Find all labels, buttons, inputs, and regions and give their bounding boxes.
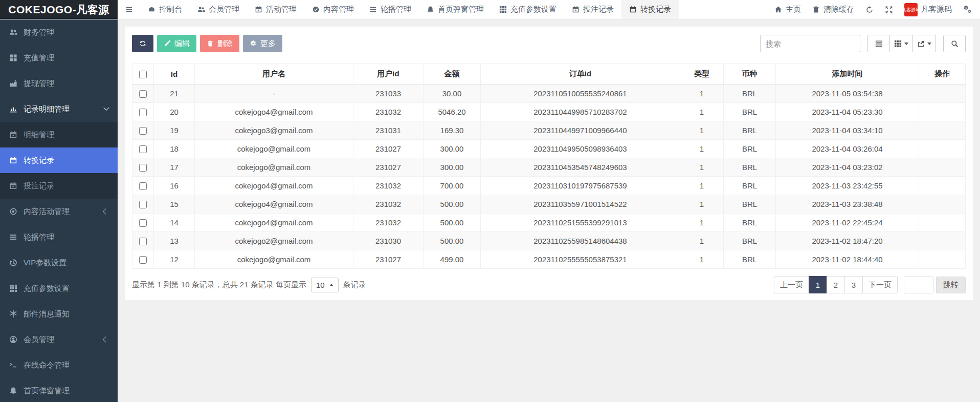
page-button-3[interactable]: 3 [844, 276, 863, 293]
topnav-item-2[interactable]: 会员管理 [190, 0, 247, 19]
table-cell: BRL [724, 84, 776, 103]
column-header[interactable]: 用户id [353, 64, 424, 84]
edit-button-label: 编辑 [174, 39, 190, 49]
row-checkbox[interactable] [139, 256, 147, 264]
table-cell: cokejogo4@gmail.com [195, 177, 353, 195]
row-checkbox[interactable] [139, 90, 147, 98]
table-cell: 500.00 [424, 214, 481, 232]
settings-button[interactable] [963, 5, 972, 14]
row-checkbox[interactable] [139, 219, 147, 227]
column-header[interactable]: Id [154, 64, 195, 84]
table-row[interactable]: 15cokejogo4@gmail.com231032500.002023110… [132, 195, 966, 214]
table-cell: 2023110449985710283702 [481, 103, 680, 121]
export-button[interactable] [912, 35, 936, 52]
topnav-item-6[interactable]: 首页弹窗管理 [419, 0, 492, 19]
table-row[interactable]: 16cokejogo4@gmail.com231032700.002023110… [132, 177, 966, 195]
topnav-item-icon [629, 6, 637, 13]
sidebar-item-1[interactable]: 财务管理 [0, 19, 118, 45]
row-checkbox[interactable] [139, 201, 147, 208]
table-row[interactable]: 19cokejogo3@gmail.com231031169.302023110… [132, 121, 966, 140]
column-header[interactable]: 类型 [680, 64, 724, 84]
home-icon [774, 6, 782, 13]
columns-button[interactable] [889, 35, 913, 52]
table-row[interactable]: 13cokejogo2@gmail.com231030500.002023110… [132, 232, 966, 250]
sidebar-item-2[interactable]: 充值管理 [0, 45, 118, 71]
table-row[interactable]: 21-23103330.0020231105100555352408611BRL… [132, 84, 966, 103]
table-row[interactable]: 17cokejogo@gmail.com231027300.0020231104… [132, 158, 966, 177]
more-button-label: 更多 [260, 39, 276, 49]
detail-view-button[interactable] [867, 35, 890, 52]
page-jump-input[interactable] [904, 277, 933, 293]
clear-cache-link[interactable]: 清除缓存 [812, 5, 854, 14]
prev-page-button[interactable]: 上一页 [774, 276, 809, 293]
vendor-link[interactable]: 凡客源码 凡客源码 [904, 3, 952, 16]
sidebar-item-11[interactable]: 充值参数设置 [0, 276, 118, 301]
page-button-2[interactable]: 2 [827, 276, 845, 293]
topnav-item-label: 内容管理 [323, 5, 354, 14]
column-header[interactable]: 币种 [724, 64, 776, 84]
topnav-item-label: 首页弹窗管理 [438, 5, 484, 14]
gears-icon [963, 5, 972, 14]
table-row[interactable]: 14cokejogo4@gmail.com231032500.002023110… [132, 214, 966, 232]
view-button-group [867, 35, 936, 52]
table-row[interactable]: 18cokejogo@gmail.com231027300.0020231104… [132, 140, 966, 158]
row-checkbox[interactable] [139, 164, 147, 172]
topnav-item-4[interactable]: 内容管理 [304, 0, 362, 19]
topnav-item-8[interactable]: 投注记录 [564, 0, 621, 19]
table-cell: 499.00 [424, 250, 481, 269]
per-page-select[interactable]: 10 [311, 278, 339, 292]
sidebar-item-8[interactable]: 内容活动管理 [0, 199, 118, 224]
sidebar-item-9[interactable]: 轮播管理 [0, 224, 118, 250]
sidebar-item-5[interactable]: 明细管理 [0, 122, 118, 147]
table-cell: BRL [724, 103, 776, 121]
sidebar-item-4[interactable]: 记录明细管理 [0, 96, 118, 122]
refresh-icon [139, 40, 146, 47]
sidebar-item-label: 在线命令管理 [24, 361, 108, 370]
sidebar-item-12[interactable]: 邮件消息通知 [0, 301, 118, 327]
table-cell: 13 [154, 232, 195, 250]
column-header[interactable]: 用户名 [195, 64, 353, 84]
row-checkbox[interactable] [139, 238, 147, 245]
sidebar-item-6[interactable]: 转换记录 [0, 147, 118, 173]
page-button-1[interactable]: 1 [809, 276, 827, 293]
row-checkbox[interactable] [139, 109, 147, 116]
row-checkbox[interactable] [139, 127, 147, 135]
column-header[interactable]: 操作 [919, 64, 966, 84]
search-submit-button[interactable] [943, 35, 966, 52]
topnav-item-1[interactable]: 控制台 [140, 0, 190, 19]
topnav-item-7[interactable]: 充值参数设置 [492, 0, 564, 19]
page-jump-button[interactable]: 跳转 [936, 277, 966, 293]
topnav-item-3[interactable]: 活动管理 [247, 0, 304, 19]
more-button[interactable]: 更多 [243, 35, 282, 52]
edit-button[interactable]: 编辑 [157, 35, 196, 52]
next-page-button[interactable]: 下一页 [862, 276, 898, 293]
home-link[interactable]: 主页 [774, 5, 801, 14]
column-header[interactable]: 订单id [481, 64, 680, 84]
table-row[interactable]: 12cokejogo@gmail.com231027499.0020231102… [132, 250, 966, 269]
sidebar-item-10[interactable]: VIP参数设置 [0, 250, 118, 276]
fullscreen-button[interactable] [885, 6, 893, 14]
menu-toggle-button[interactable] [118, 0, 140, 19]
select-all-checkbox[interactable] [139, 71, 147, 78]
per-page-value: 10 [316, 281, 325, 289]
delete-button[interactable]: 删除 [200, 35, 239, 52]
refresh-button[interactable] [132, 35, 153, 52]
column-header[interactable]: 金额 [424, 64, 481, 84]
reload-button[interactable] [865, 6, 874, 14]
sidebar-item-7[interactable]: 投注记录 [0, 173, 118, 199]
row-checkbox[interactable] [139, 182, 147, 190]
row-checkbox[interactable] [139, 145, 147, 153]
table-cell: BRL [724, 250, 776, 269]
topnav-item-5[interactable]: 轮播管理 [362, 0, 419, 19]
table-cell: BRL [724, 195, 776, 214]
sidebar-item-15[interactable]: 首页弹窗管理 [0, 378, 118, 402]
sidebar-item-3[interactable]: 提现管理 [0, 71, 118, 96]
sidebar-item-14[interactable]: 在线命令管理 [0, 352, 118, 378]
column-header[interactable]: 添加时间 [776, 64, 919, 84]
table-cell: 18 [154, 140, 195, 158]
topnav-item-9[interactable]: 转换记录 [621, 0, 679, 19]
table-cell: cokejogo2@gmail.com [195, 232, 353, 250]
table-row[interactable]: 20cokejogo4@gmail.com2310325046.20202311… [132, 103, 966, 121]
sidebar-item-13[interactable]: 会员管理 [0, 327, 118, 352]
search-input[interactable] [760, 35, 860, 52]
